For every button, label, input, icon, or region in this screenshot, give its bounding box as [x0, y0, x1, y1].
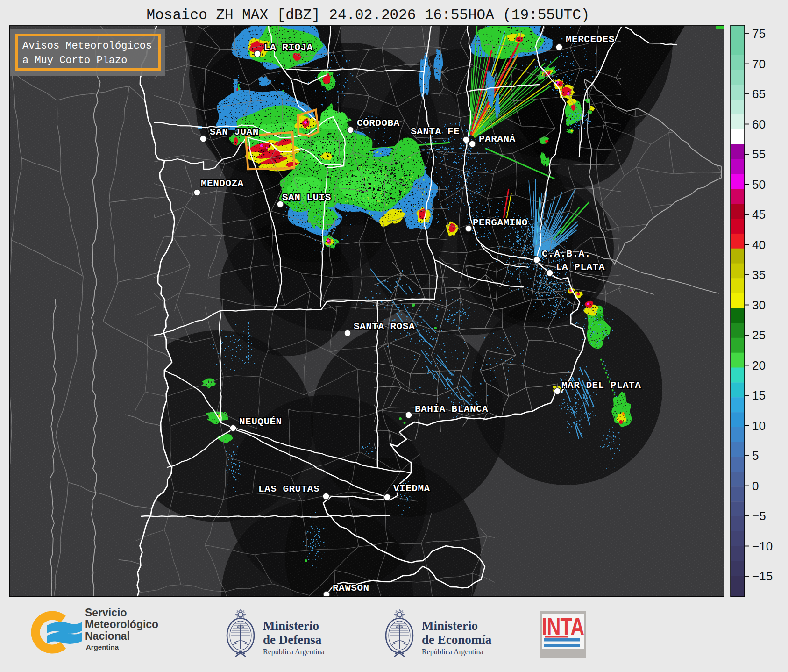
svg-text:45: 45 [752, 207, 766, 222]
svg-text:Servicio: Servicio [85, 607, 127, 619]
svg-text:5: 5 [752, 449, 759, 463]
svg-text:Avisos Meteorológicos: Avisos Meteorológicos [22, 40, 152, 52]
svg-text:República Argentina: República Argentina [263, 648, 325, 656]
svg-text:NEUQUÉN: NEUQUÉN [239, 416, 282, 427]
svg-text:Meteorológico: Meteorológico [85, 618, 158, 630]
svg-text:CÓRDOBA: CÓRDOBA [357, 118, 400, 129]
svg-text:60: 60 [752, 117, 766, 131]
svg-text:a Muy Corto Plazo: a Muy Corto Plazo [22, 55, 127, 66]
svg-text:BAHÍA BLANCA: BAHÍA BLANCA [415, 404, 488, 415]
svg-text:SAN LUIS: SAN LUIS [282, 192, 331, 203]
svg-text:25: 25 [752, 328, 766, 342]
svg-text:LA RIOJA: LA RIOJA [264, 42, 313, 53]
svg-text:Ministerio: Ministerio [263, 619, 319, 633]
svg-text:10: 10 [752, 419, 766, 433]
svg-text:0: 0 [752, 479, 759, 493]
svg-text:RAWSON: RAWSON [333, 583, 369, 593]
svg-text:SANTA FE: SANTA FE [411, 126, 460, 137]
svg-text:SAN JUAN: SAN JUAN [210, 127, 259, 137]
svg-text:C.A.B.A.: C.A.B.A. [542, 249, 591, 259]
svg-text:40: 40 [752, 238, 766, 252]
svg-text:−5: −5 [752, 509, 766, 523]
svg-text:Argentina: Argentina [86, 643, 119, 651]
svg-text:50: 50 [752, 178, 766, 192]
svg-text:15: 15 [752, 388, 766, 402]
svg-text:SANTA ROSA: SANTA ROSA [354, 321, 415, 332]
svg-text:Ministerio: Ministerio [422, 619, 478, 633]
svg-text:Nacional: Nacional [85, 630, 130, 642]
svg-text:de Economía: de Economía [422, 633, 492, 647]
svg-text:LAS GRUTAS: LAS GRUTAS [258, 484, 319, 494]
svg-text:de Defensa: de Defensa [263, 633, 322, 647]
svg-text:30: 30 [752, 298, 766, 312]
svg-text:55: 55 [752, 147, 766, 161]
svg-text:PERGAMINO: PERGAMINO [473, 217, 528, 228]
svg-text:Mosaico ZH MAX [dBZ] 24.02.202: Mosaico ZH MAX [dBZ] 24.02.2026 16:55HOA… [147, 7, 590, 23]
svg-text:PARANÁ: PARANÁ [479, 134, 516, 144]
svg-text:70: 70 [752, 57, 766, 71]
svg-text:LA PLATA: LA PLATA [556, 262, 605, 272]
svg-text:75: 75 [752, 27, 766, 41]
svg-text:MENDOZA: MENDOZA [201, 178, 244, 189]
svg-text:VIEDMA: VIEDMA [393, 483, 430, 494]
svg-text:65: 65 [752, 87, 766, 101]
svg-text:20: 20 [752, 358, 766, 372]
svg-text:−15: −15 [752, 569, 773, 583]
svg-text:República Argentina: República Argentina [422, 648, 483, 656]
svg-text:MAR DEL PLATA: MAR DEL PLATA [561, 380, 641, 391]
svg-text:−10: −10 [752, 539, 773, 553]
svg-text:35: 35 [752, 268, 766, 282]
svg-text:MERCEDES: MERCEDES [566, 34, 615, 45]
